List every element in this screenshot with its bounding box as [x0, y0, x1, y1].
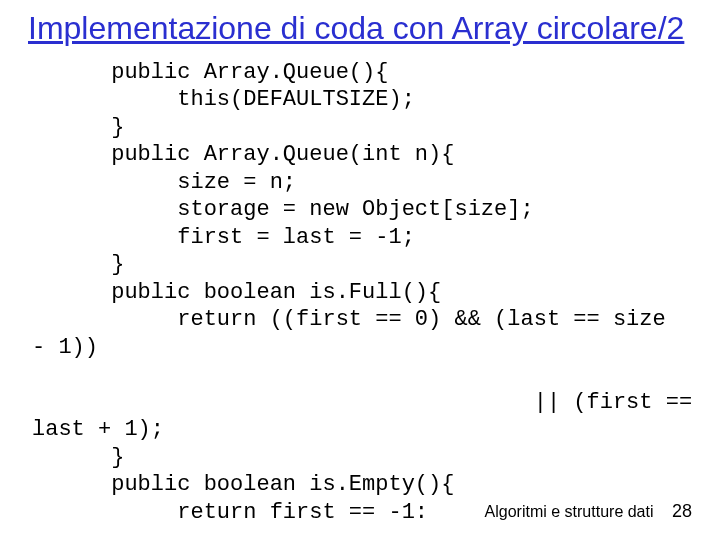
footer-label: Algoritmi e strutture dati — [485, 503, 654, 520]
slide-title: Implementazione di coda con Array circol… — [28, 10, 692, 47]
code-block: public Array.Queue(){ this(DEFAULTSIZE);… — [32, 59, 692, 527]
page-number: 28 — [672, 501, 692, 521]
slide: Implementazione di coda con Array circol… — [0, 0, 720, 540]
footer: Algoritmi e strutture dati 28 — [485, 501, 692, 522]
